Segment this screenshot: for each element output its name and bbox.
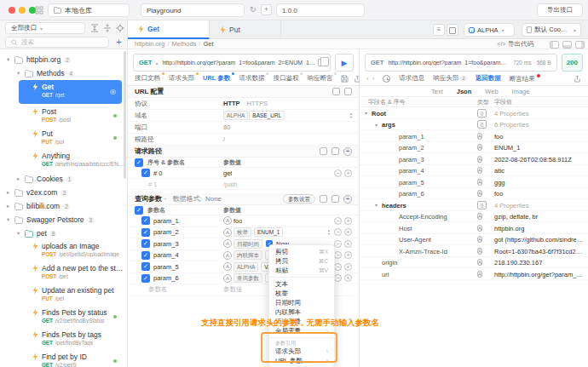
drag-handle-icon[interactable] [135, 229, 141, 235]
workspace-switcher[interactable]: 本地仓库 [48, 3, 130, 17]
forward-icon[interactable]: › [372, 75, 375, 83]
json-row[interactable]: User-Agentgot (https://github.com/sindre… [360, 234, 588, 246]
json-row[interactable]: param_5ggg [360, 176, 588, 188]
new-tab-button[interactable] [261, 4, 272, 15]
caret-down-icon[interactable] [7, 56, 14, 63]
path-row-0[interactable]: # 0 get [128, 168, 359, 179]
drag-handle-icon[interactable] [135, 170, 141, 176]
param-name[interactable]: param_2 [153, 228, 179, 236]
domain-variable-tag[interactable]: BASE_URL [249, 111, 285, 120]
url-text[interactable]: http://httpbin.org/get?param_1=foo&param… [162, 60, 315, 66]
caret-right-icon[interactable] [17, 175, 25, 182]
path-row-1[interactable]: # 1 /path [128, 179, 359, 190]
remove-row-icon[interactable] [334, 251, 342, 259]
code-view-icon[interactable] [344, 88, 352, 95]
row-checkbox[interactable] [141, 216, 150, 225]
apps-grid-icon[interactable] [35, 6, 43, 14]
tree-folder-bilibili[interactable]: bilibili.com2 [0, 199, 127, 213]
port-value[interactable]: 80 [223, 123, 230, 131]
menu-item-ref-url-params[interactable]: URL 参数 [269, 356, 334, 365]
remove-row-icon[interactable] [334, 263, 342, 271]
tree-endpoint-add-pet[interactable]: Add a new pet to the store POST/pet [0, 262, 127, 284]
param-name[interactable]: param_3 [153, 240, 179, 248]
json-row[interactable]: param_1foo [360, 130, 588, 142]
json-row[interactable]: param_4abc [360, 165, 588, 177]
environment-selector[interactable]: ALPHA [464, 23, 515, 37]
toggle-right-panel-icon[interactable] [575, 41, 585, 49]
back-icon[interactable]: ‹ [366, 75, 369, 83]
caret-down-icon[interactable] [17, 70, 25, 77]
add-row-icon[interactable] [344, 169, 352, 177]
tree-endpoint-update-pet[interactable]: Update an existing pet PUT/pet [0, 284, 127, 307]
param-name-placeholder[interactable]: 参数名 [148, 285, 168, 294]
bulk-edit-icon[interactable] [320, 195, 327, 203]
cookie-jar-selector[interactable]: 默认 Cookie 罐 [522, 23, 581, 37]
select-all-checkbox[interactable] [135, 158, 143, 167]
row-checkbox[interactable] [141, 262, 150, 271]
tab-get[interactable]: Get [128, 20, 210, 39]
protocol-http-option[interactable]: HTTP [223, 100, 240, 107]
json-row-headers[interactable]: headers4 Properties [360, 199, 588, 211]
tab-request-body[interactable]: 请求数据 [239, 74, 264, 83]
add-row-icon[interactable] [344, 228, 352, 236]
param-name[interactable]: param_1 [153, 217, 179, 225]
format-value[interactable]: None [205, 195, 222, 203]
caret-right-icon[interactable] [7, 189, 14, 196]
add-row-icon[interactable] [344, 251, 352, 259]
remove-row-icon[interactable] [334, 217, 342, 225]
history-icon[interactable] [383, 75, 390, 83]
param-name[interactable]: param_5 [153, 263, 179, 271]
param-value[interactable]: ENUM_1 [254, 227, 283, 237]
json-row[interactable]: param_2ENUM_1 [360, 142, 588, 154]
path-value-placeholder[interactable]: /path [223, 181, 238, 188]
add-row-icon[interactable] [344, 274, 352, 282]
tree-endpoint-anything[interactable]: Anything GET/anything/aaa/bbb/ccc/ENUM_1… [0, 150, 127, 172]
toggle-bottom-panel-icon[interactable] [562, 41, 572, 49]
tab-auth[interactable]: 接口鉴权 [273, 74, 298, 83]
format-tab-image[interactable]: Image [512, 88, 530, 95]
tree-folder-petstore[interactable]: Swagger Petstore3 [0, 213, 127, 227]
caret-down-icon[interactable] [375, 122, 378, 128]
drag-handle-icon[interactable] [135, 218, 141, 224]
format-tab-json[interactable]: Json [457, 88, 472, 95]
drag-handle-icon[interactable] [135, 275, 141, 281]
json-row[interactable]: param_32022-08-26T02:08:58.911Z [360, 153, 588, 165]
send-request-button[interactable] [335, 54, 354, 72]
row-checkbox[interactable] [141, 228, 150, 237]
save-icon[interactable] [341, 75, 349, 83]
menu-item-datetime[interactable]: 日期时间 [269, 298, 334, 307]
root-path-value[interactable]: / [223, 135, 225, 143]
menu-item-ref-request-headers[interactable]: 请求头部 [269, 347, 334, 356]
menu-item-text[interactable]: 文本 [269, 279, 334, 289]
tree-endpoint-get[interactable]: Get GET/get [19, 80, 122, 104]
tree-folder-v2ex[interactable]: v2ex.com3 [0, 186, 127, 199]
json-row-url[interactable]: urlhttp://httpbin.org/get?param_1=foo&pa… [360, 268, 588, 280]
interface-filter-select[interactable]: 全部接口 [5, 22, 85, 34]
format-tab-web[interactable]: Web [485, 88, 498, 95]
share-icon[interactable] [574, 75, 581, 83]
tab-response-body[interactable]: 返回数据 [476, 74, 501, 83]
tree-endpoint-find-by-tags[interactable]: Finds Pets by tags GET/pet/findByTags [0, 329, 127, 351]
remove-row-icon[interactable] [334, 240, 342, 248]
param-name[interactable]: param_4 [153, 251, 179, 259]
drag-handle-icon[interactable] [135, 252, 141, 258]
tree-endpoint-upload-image[interactable]: uploads an Image POST/pet/{petId}/upload… [0, 240, 127, 262]
version-selector[interactable]: 1.0.0 [276, 3, 365, 17]
add-row-icon[interactable] [344, 263, 352, 271]
format-tab-text[interactable]: Text [431, 88, 443, 95]
add-row-icon[interactable] [344, 217, 352, 225]
tab-put[interactable]: Put [210, 20, 281, 39]
menu-item-cut[interactable]: 剪切⌘X [269, 247, 334, 256]
add-row-icon[interactable] [343, 195, 352, 204]
select-all-checkbox[interactable] [135, 206, 143, 215]
locate-target-icon[interactable] [110, 88, 116, 95]
copy-url-icon[interactable] [318, 59, 325, 66]
new-api-button[interactable] [113, 37, 124, 48]
tab-assertions[interactable]: 响应断言 [307, 74, 332, 83]
export-api-button[interactable]: 导出接口 [537, 3, 583, 17]
project-selector[interactable]: Playground [141, 3, 245, 17]
menu-item-enum[interactable]: 枚举 [269, 289, 334, 298]
caret-down-icon[interactable] [17, 230, 25, 237]
param-value[interactable]: foo [233, 217, 242, 225]
code-view-icon[interactable] [331, 195, 339, 203]
